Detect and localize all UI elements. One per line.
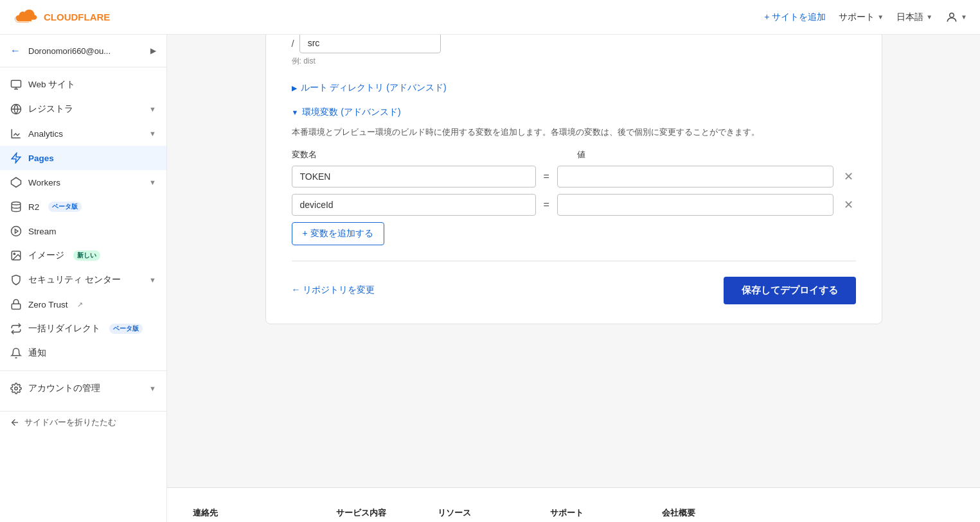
logo-text: CLOUDFLARE <box>44 12 110 22</box>
support-caret-icon: ▼ <box>877 13 884 21</box>
env-value-col-header: 値 <box>577 149 585 161</box>
sidebar-item-redirect[interactable]: 一括リダイレクト ベータ版 <box>0 317 166 341</box>
sidebar-item-redirect-label: 一括リダイレクト <box>28 323 100 335</box>
sidebar-item-pages-label: Pages <box>28 153 54 163</box>
sidebar-item-notifications[interactable]: 通知 <box>0 341 166 365</box>
cloudflare-logo-icon <box>13 8 39 26</box>
chart-icon <box>10 128 22 139</box>
footer-col-about: 会社概要 スタッフ紹介 キャリア <box>662 507 712 522</box>
sidebar-item-r2[interactable]: R2 ベータ版 <box>0 195 166 219</box>
images-new-badge: 新しい <box>73 250 100 261</box>
sidebar-expand-icon: ▶ <box>150 46 156 55</box>
footer-col-resources: リソース ブログ ケース スタディ <box>438 507 499 522</box>
add-site-button[interactable]: + サイトを追加 <box>764 12 826 23</box>
src-input[interactable] <box>299 33 441 53</box>
pages-icon <box>10 152 22 164</box>
sidebar-item-stream-label: Stream <box>28 227 57 236</box>
sidebar-item-notifications-label: 通知 <box>28 347 46 359</box>
user-icon <box>945 11 958 24</box>
language-button[interactable]: 日本語 ▼ <box>896 12 932 23</box>
src-section: / 例: dist <box>292 33 856 67</box>
src-input-row: / <box>292 33 856 53</box>
nav-divider <box>0 370 166 371</box>
footer-col-support: サポート ヘルプ センター コミュニティ <box>550 507 611 522</box>
deploy-button[interactable]: 保存してデプロイする <box>724 277 856 304</box>
svg-marker-3 <box>12 153 21 163</box>
sidebar: ← Doronomori660@ou... ▶ Web サイト レジストラ ▼ … <box>0 35 167 522</box>
root-dir-toggle[interactable]: ▶ ルート ディレクトリ (アドバンスド) <box>292 82 856 94</box>
sidebar-item-images[interactable]: イメージ 新しい <box>0 243 166 268</box>
sidebar-item-security[interactable]: セキュリティ センター ▼ <box>0 268 166 292</box>
back-to-repo-link[interactable]: ← リポジトリを変更 <box>292 284 375 296</box>
footer-col-services: サービス内容 プラン 概要 <box>336 507 386 522</box>
sidebar-item-stream[interactable]: Stream <box>0 219 166 243</box>
sidebar-item-zero-trust-label: Zero Trust <box>28 300 68 309</box>
sidebar-item-websites[interactable]: Web サイト <box>0 73 166 97</box>
topbar: CLOUDFLARE + サイトを追加 サポート ▼ 日本語 ▼ ▼ <box>0 0 980 35</box>
env-row-token: = ✕ <box>292 166 856 187</box>
sidebar-item-account-management[interactable]: アカウントの管理 ▼ <box>0 376 166 401</box>
workers-caret-icon: ▼ <box>149 178 156 186</box>
env-name-col-header: 変数名 <box>292 149 536 161</box>
image-icon <box>10 250 22 261</box>
env-section: ▼ 環境変数 (アドバンスド) 本番環境とプレビュー環境のビルド時に使用する変数… <box>292 107 856 245</box>
sidebar-item-workers-label: Workers <box>28 178 60 187</box>
globe-icon <box>10 103 22 115</box>
env-header-row: 変数名 値 <box>292 149 856 161</box>
sidebar-username: Doronomori660@ou... <box>28 46 145 56</box>
sidebar-item-workers[interactable]: Workers ▼ <box>0 170 166 195</box>
stream-icon <box>10 225 22 237</box>
redirect-icon <box>10 323 22 335</box>
lock-icon <box>10 299 22 310</box>
env-section-label: 環境変数 (アドバンスド) <box>302 107 400 118</box>
svg-marker-4 <box>12 178 21 187</box>
footer-resources-heading: リソース <box>438 507 499 519</box>
root-dir-label: ルート ディレクトリ (アドバンスド) <box>301 82 447 94</box>
footer-col-contact: 連絡先 サポートに連絡 セールスへの問い合わせ <box>193 507 285 522</box>
env-name-input-token[interactable] <box>292 166 536 187</box>
registrar-caret-icon: ▼ <box>149 105 156 113</box>
env-equals-sign-2: = <box>544 199 549 211</box>
shield-icon <box>10 274 22 286</box>
env-delete-button-token[interactable]: ✕ <box>841 167 856 186</box>
collapse-icon <box>10 417 21 428</box>
env-name-input-deviceid[interactable] <box>292 194 536 216</box>
bell-icon <box>10 347 22 359</box>
sidebar-item-r2-label: R2 <box>28 202 39 212</box>
env-value-input-deviceid[interactable] <box>557 194 833 216</box>
svg-point-5 <box>12 202 21 205</box>
sidebar-user-row[interactable]: ← Doronomori660@ou... ▶ <box>0 35 166 67</box>
sidebar-item-images-label: イメージ <box>28 250 64 261</box>
env-section-toggle[interactable]: ▼ 環境変数 (アドバンスド) <box>292 107 856 118</box>
env-value-input-token[interactable] <box>557 166 833 187</box>
monitor-icon <box>10 79 22 91</box>
page-footer: 連絡先 サポートに連絡 セールスへの問い合わせ サービス内容 プラン 概要 リソ… <box>167 487 980 522</box>
sidebar-item-registrar[interactable]: レジストラ ▼ <box>0 97 166 121</box>
svg-marker-7 <box>15 229 19 233</box>
card-footer-actions: ← リポジトリを変更 保存してデプロイする <box>292 277 856 304</box>
cloudflare-logo: CLOUDFLARE <box>13 8 110 26</box>
sidebar-item-account-label: アカウントの管理 <box>28 383 100 394</box>
sidebar-collapse-label: サイドバーを折りたたむ <box>24 417 116 428</box>
user-button[interactable]: ▼ <box>945 11 967 24</box>
sidebar-item-registrar-label: レジストラ <box>28 103 73 115</box>
svg-point-0 <box>950 13 954 17</box>
footer-contact-heading: 連絡先 <box>193 507 285 519</box>
footer-support-heading: サポート <box>550 507 611 519</box>
sidebar-collapse-button[interactable]: サイドバーを折りたたむ <box>0 411 166 433</box>
card-divider <box>292 261 856 261</box>
footer-grid: 連絡先 サポートに連絡 セールスへの問い合わせ サービス内容 プラン 概要 リソ… <box>193 507 954 522</box>
sidebar-item-websites-label: Web サイト <box>28 79 75 91</box>
topbar-right: + サイトを追加 サポート ▼ 日本語 ▼ ▼ <box>764 11 967 24</box>
workers-icon <box>10 177 22 188</box>
env-description: 本番環境とプレビュー環境のビルド時に使用する変数を追加します。各環境の変数は、後… <box>292 126 856 139</box>
support-button[interactable]: サポート ▼ <box>839 12 884 23</box>
add-variable-button[interactable]: + 変数を追加する <box>292 222 384 245</box>
footer-services-heading: サービス内容 <box>336 507 386 519</box>
sidebar-item-analytics[interactable]: Analytics ▼ <box>0 121 166 146</box>
sidebar-item-pages[interactable]: Pages <box>0 146 166 170</box>
sidebar-item-zero-trust[interactable]: Zero Trust ↗ <box>0 292 166 317</box>
env-delete-button-deviceid[interactable]: ✕ <box>841 195 856 214</box>
main-content: / 例: dist ▶ ルート ディレクトリ (アドバンスド) ▼ 環境変数 (… <box>167 0 980 487</box>
external-link-icon: ↗ <box>77 300 83 309</box>
